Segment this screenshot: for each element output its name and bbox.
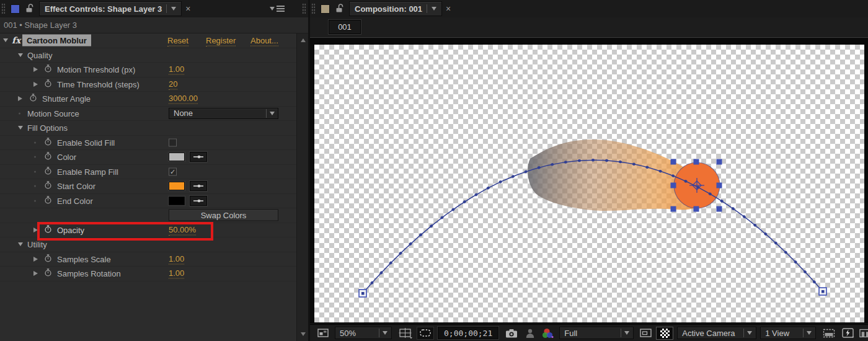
composition-canvas[interactable]	[314, 45, 864, 322]
register-link[interactable]: Register	[206, 36, 236, 45]
pixel-aspect-correction-button[interactable]	[821, 327, 837, 340]
param-expander-icon[interactable]	[33, 82, 38, 87]
param-row-start-color: Start Color	[0, 179, 296, 194]
panel-grip-icon[interactable]	[1, 3, 6, 14]
start-color-swatch[interactable]	[169, 182, 185, 190]
magnification-dropdown[interactable]: 50%	[335, 327, 392, 339]
effect-controls-scrollbar[interactable]	[296, 33, 308, 341]
reset-link[interactable]: Reset	[167, 36, 188, 45]
enable-ramp-fill-checkbox[interactable]: ✓	[169, 167, 177, 175]
stopwatch-icon[interactable]	[44, 137, 52, 148]
always-preview-button[interactable]	[315, 327, 331, 340]
tab-dropdown-icon[interactable]	[171, 7, 176, 11]
eyedropper-button[interactable]	[190, 152, 207, 162]
camera-view-value: Active Camera	[682, 329, 735, 338]
current-time-display[interactable]: 0;00;00;21	[438, 327, 498, 339]
tab-close-button[interactable]: ×	[446, 4, 451, 13]
opacity-highlight-annotation	[37, 222, 213, 241]
stopwatch-icon[interactable]	[44, 166, 52, 177]
param-value[interactable]: 1.00	[169, 64, 184, 75]
param-expander-icon[interactable]	[18, 96, 22, 101]
stopwatch-icon[interactable]	[44, 64, 52, 75]
mask-visibility-toggle[interactable]	[417, 327, 434, 340]
scroll-up-icon	[301, 38, 306, 42]
tab-close-button[interactable]: ×	[185, 4, 190, 13]
region-of-interest-button[interactable]	[637, 327, 653, 340]
fast-previews-button[interactable]	[839, 327, 857, 340]
color-swatch[interactable]	[169, 153, 185, 161]
scroll-down-button[interactable]	[297, 329, 309, 340]
mini-flowchart-button[interactable]	[859, 327, 868, 340]
tab-composition[interactable]: Composition: 001	[349, 1, 442, 16]
timeline-flowchart-icon	[859, 329, 868, 338]
show-snapshot-button[interactable]	[523, 327, 537, 340]
stopwatch-icon[interactable]	[29, 94, 37, 104]
swap-colors-button[interactable]: Swap Colors	[169, 210, 278, 221]
eyedropper-button[interactable]	[190, 196, 207, 206]
snapshot-button[interactable]	[503, 327, 520, 340]
panel-menu-button[interactable]	[270, 6, 285, 12]
group-expander-icon[interactable]	[18, 126, 23, 130]
panel-menu-lines-icon	[277, 6, 285, 12]
resolution-dropdown[interactable]: Full	[559, 327, 634, 339]
group-expander-icon[interactable]	[18, 242, 23, 246]
eyedropper-button[interactable]	[190, 181, 207, 191]
stopwatch-icon[interactable]	[44, 152, 52, 162]
stopwatch-icon[interactable]	[44, 195, 52, 206]
motion-source-dropdown[interactable]: None	[169, 108, 278, 119]
dropdown-arrow-icon	[383, 331, 388, 335]
scroll-down-icon	[301, 332, 306, 336]
layer-color-swatch[interactable]	[11, 4, 20, 14]
param-expander-icon[interactable]	[33, 271, 38, 276]
tab-separator	[166, 4, 167, 13]
param-label: Samples Rotation	[57, 269, 121, 278]
scroll-up-button[interactable]	[297, 35, 309, 46]
param-value[interactable]: 1.00	[169, 254, 184, 264]
tab-title: Effect Controls: Shape Layer 3	[45, 4, 162, 14]
view-layout-dropdown[interactable]: 1 View	[760, 327, 816, 339]
about-link[interactable]: About...	[250, 36, 278, 45]
transparency-grid-toggle[interactable]	[656, 327, 673, 340]
after-effects-window: Effect Controls: Shape Layer 3 × 001 • S…	[0, 0, 868, 341]
stopwatch-icon[interactable]	[44, 79, 52, 89]
comp-color-swatch[interactable]	[321, 4, 330, 14]
param-label: Color	[57, 153, 76, 162]
grid-guides-button[interactable]	[397, 327, 414, 340]
snapshot-person-icon	[526, 329, 534, 338]
param-row-samples-rotation: Samples Rotation 1.00	[0, 267, 296, 281]
lock-icon[interactable]	[335, 3, 344, 15]
param-expander-icon[interactable]	[33, 257, 38, 262]
composition-toolbar: 50% 0;00;00;21 Full	[310, 324, 868, 341]
lock-icon[interactable]	[25, 3, 34, 15]
param-expander-icon[interactable]	[33, 67, 38, 72]
camera-view-dropdown[interactable]: Active Camera	[677, 327, 756, 339]
param-value[interactable]: 3000.00	[169, 94, 198, 104]
path-endpoint-start[interactable]	[359, 290, 366, 297]
tab-dropdown-icon[interactable]	[432, 7, 436, 11]
param-value[interactable]: 20	[169, 79, 177, 89]
effect-controls-tabbar: Effect Controls: Shape Layer 3 ×	[0, 0, 308, 17]
stopwatch-icon[interactable]	[44, 254, 52, 264]
effect-name[interactable]: Cartoon Moblur	[22, 35, 91, 46]
param-value[interactable]: 1.00	[169, 268, 184, 279]
enable-solid-fill-checkbox[interactable]	[169, 138, 177, 146]
panel-grip-icon[interactable]	[311, 3, 316, 14]
param-label: Samples Scale	[57, 254, 111, 264]
tab-effect-controls[interactable]: Effect Controls: Shape Layer 3	[39, 1, 182, 16]
param-row-end-color: End Color	[0, 194, 296, 209]
stopwatch-icon[interactable]	[44, 268, 52, 279]
group-expander-icon[interactable]	[18, 53, 23, 57]
swap-colors-row: Swap Colors	[0, 208, 296, 223]
stopwatch-icon[interactable]	[44, 181, 52, 192]
comp-name-button[interactable]: 001	[329, 20, 361, 34]
channels-button[interactable]	[541, 327, 556, 340]
tab-separator	[427, 4, 427, 13]
param-row-enable-ramp-fill: Enable Ramp Fill ✓	[0, 165, 296, 180]
dropdown-arrow-icon	[270, 112, 275, 115]
end-color-swatch[interactable]	[169, 197, 185, 205]
path-endpoint-end[interactable]	[819, 288, 826, 295]
effect-controls-breadcrumb-row: 001 • Shape Layer 3	[0, 17, 308, 33]
composition-panel: Composition: 001 × 001	[310, 0, 868, 341]
effect-expander-icon[interactable]	[3, 38, 8, 42]
panel-grip-icon[interactable]	[302, 3, 306, 14]
